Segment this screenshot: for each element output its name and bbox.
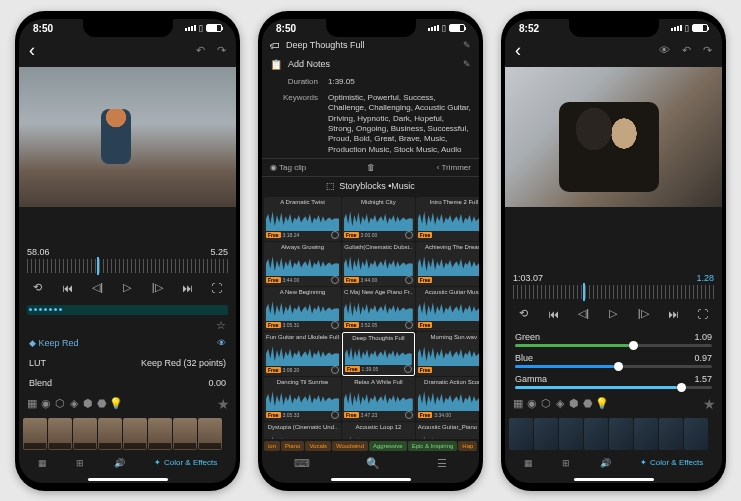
back-icon[interactable]: ‹	[515, 40, 521, 61]
music-tile[interactable]: Acoustic Guitar_Piano Un..Free	[416, 422, 479, 438]
slider-track[interactable]	[515, 365, 712, 368]
tag-clip-button[interactable]: ◉ Tag clip	[270, 163, 306, 172]
tab-color-effects[interactable]: ✦ Color & Effects	[154, 458, 217, 467]
music-tile[interactable]: Relax A While FullFree3:47.23	[342, 377, 415, 421]
back-icon[interactable]: ‹	[29, 40, 35, 61]
preset-thumb[interactable]	[534, 418, 558, 450]
play-icon[interactable]	[405, 276, 413, 284]
video-preview[interactable]	[19, 67, 236, 207]
home-indicator[interactable]	[88, 478, 168, 481]
view-icon[interactable]: 👁	[659, 44, 670, 57]
step-fwd-icon[interactable]: |▷	[634, 305, 652, 323]
preset-thumb[interactable]	[123, 418, 147, 450]
favorite-icon[interactable]: ★	[216, 396, 230, 412]
tab-icon[interactable]: ⊞	[76, 458, 84, 468]
effect-row[interactable]: ◆ Keep Red 👁	[19, 334, 236, 352]
play-icon[interactable]	[331, 411, 339, 419]
music-tile[interactable]: A Dramatic TwistFree3:18.24	[264, 197, 341, 241]
fx-icon[interactable]: ◈	[553, 397, 567, 410]
fx-icon[interactable]: ◉	[525, 397, 539, 410]
playhead[interactable]	[583, 283, 585, 301]
category-chip[interactable]: Aggressive	[369, 441, 407, 451]
music-tile[interactable]: C Maj New Age Piano Fr..Free3:52.05	[342, 287, 415, 331]
undo-icon[interactable]: ↶	[682, 44, 691, 57]
preset-thumb[interactable]	[659, 418, 683, 450]
fx-icon[interactable]: ⬡	[539, 397, 553, 410]
prev-icon[interactable]: ⏮	[59, 279, 77, 297]
timeline-ruler[interactable]	[27, 259, 228, 273]
audio-track[interactable]	[27, 305, 228, 315]
trimmer-link[interactable]: ‹ Trimmer	[437, 163, 471, 172]
music-tile[interactable]: Morning Sun.wavFree	[416, 332, 479, 376]
video-preview[interactable]	[505, 67, 722, 207]
category-chip[interactable]: Epic & Inspiring	[408, 441, 458, 451]
slider-track[interactable]	[515, 344, 712, 347]
preset-thumb[interactable]	[48, 418, 72, 450]
music-tile[interactable]: Goliath(Cinematic Dubst..Free3:44.00	[342, 242, 415, 286]
fx-icon[interactable]: 💡	[595, 397, 609, 410]
trash-icon[interactable]: 🗑	[367, 163, 375, 172]
eye-icon[interactable]: 👁	[217, 338, 226, 348]
music-tile[interactable]: Deep Thoughts FullFree1:39.05	[342, 332, 415, 376]
play-icon[interactable]: ▷	[118, 279, 136, 297]
preset-thumb[interactable]	[559, 418, 583, 450]
next-icon[interactable]: ⏭	[178, 279, 196, 297]
fx-icon[interactable]: ⬢	[567, 397, 581, 410]
star-icon[interactable]: ☆	[216, 319, 226, 332]
play-icon[interactable]	[405, 411, 413, 419]
preset-thumb[interactable]	[198, 418, 222, 450]
undo-icon[interactable]: ↶	[196, 44, 205, 57]
prev-icon[interactable]: ⏮	[545, 305, 563, 323]
tab-icon[interactable]: ▦	[38, 458, 47, 468]
expand-icon[interactable]: ⛶	[208, 279, 226, 297]
edit-icon[interactable]: ✎	[463, 59, 471, 69]
fx-icon[interactable]: ◈	[67, 397, 81, 410]
redo-icon[interactable]: ↷	[703, 44, 712, 57]
music-tile[interactable]: Fun Guitar and Ukulele FullFree3:08.20	[264, 332, 341, 376]
slider-thumb[interactable]	[677, 383, 686, 392]
next-icon[interactable]: ⏭	[664, 305, 682, 323]
preset-thumb[interactable]	[23, 418, 47, 450]
notes-row[interactable]: 📋 Add Notes ✎	[262, 55, 479, 74]
menu-icon[interactable]: ☰	[437, 457, 447, 470]
music-tile[interactable]: Acoustic Loop 12Free	[342, 422, 415, 438]
fx-icon[interactable]: ⬢	[81, 397, 95, 410]
category-chip[interactable]: ion	[264, 441, 280, 451]
step-fwd-icon[interactable]: |▷	[148, 279, 166, 297]
play-icon[interactable]	[404, 365, 412, 373]
playhead[interactable]	[97, 257, 99, 275]
play-icon[interactable]	[331, 321, 339, 329]
tab-color-effects[interactable]: ✦ Color & Effects	[640, 458, 703, 467]
category-chip[interactable]: Hap	[458, 441, 477, 451]
play-icon[interactable]	[405, 231, 413, 239]
redo-icon[interactable]: ↷	[217, 44, 226, 57]
kbd-icon[interactable]: ⌨	[294, 457, 310, 470]
fx-icon[interactable]: ⬣	[581, 397, 595, 410]
favorite-icon[interactable]: ★	[702, 396, 716, 412]
loop-icon[interactable]: ⟲	[29, 279, 47, 297]
fx-icon[interactable]: ▦	[511, 397, 525, 410]
music-tile[interactable]: A New BeginningFree3:05.31	[264, 287, 341, 331]
music-tile[interactable]: Achieving The DreamFree	[416, 242, 479, 286]
home-indicator[interactable]	[574, 478, 654, 481]
preset-thumb[interactable]	[148, 418, 172, 450]
preset-thumb[interactable]	[584, 418, 608, 450]
music-tile[interactable]: Acoustic Guitar MusicFree	[416, 287, 479, 331]
music-tile[interactable]: Midnight CityFree3:00.00	[342, 197, 415, 241]
step-back-icon[interactable]: ◁|	[575, 305, 593, 323]
play-icon[interactable]	[331, 366, 339, 374]
preset-thumb[interactable]	[73, 418, 97, 450]
tab-icon[interactable]: ⊞	[562, 458, 570, 468]
music-tile[interactable]: Always GrowingFree3:44.00	[264, 242, 341, 286]
expand-icon[interactable]: ⛶	[694, 305, 712, 323]
category-chip[interactable]: Piano	[281, 441, 304, 451]
slider-blue[interactable]: Blue0.97	[505, 350, 722, 371]
fx-icon[interactable]: 💡	[109, 397, 123, 410]
music-tile[interactable]: Dancing Til SunriseFree3:05.33	[264, 377, 341, 421]
loop-icon[interactable]: ⟲	[515, 305, 533, 323]
timeline-ruler[interactable]	[513, 285, 714, 299]
blend-row[interactable]: Blend 0.00	[19, 374, 236, 392]
tab-icon[interactable]: 🔊	[114, 458, 125, 468]
category-chip[interactable]: Vocals	[305, 441, 331, 451]
fx-icon[interactable]: ⬡	[53, 397, 67, 410]
